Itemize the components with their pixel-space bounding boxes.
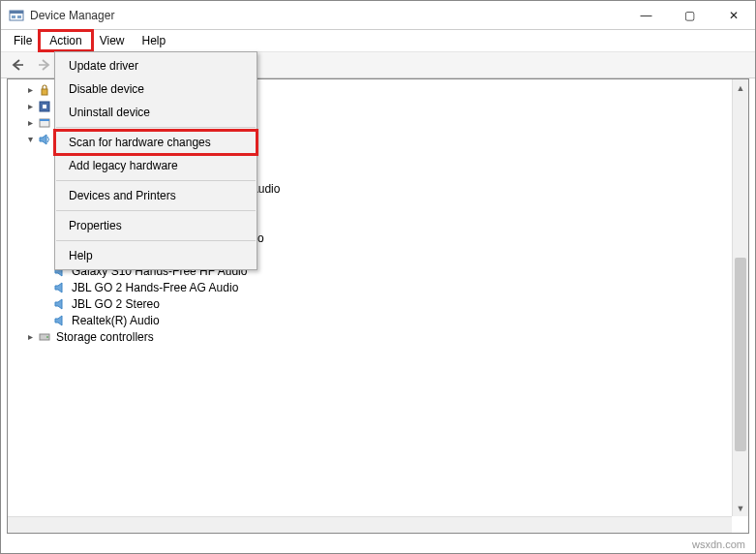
audio-icon bbox=[52, 296, 68, 312]
svg-rect-1 bbox=[10, 11, 23, 14]
menu-separator bbox=[56, 180, 256, 181]
app-icon bbox=[9, 8, 24, 23]
expand-icon[interactable]: ▸ bbox=[23, 84, 37, 95]
component-icon bbox=[37, 99, 52, 114]
menu-separator bbox=[56, 127, 256, 128]
svg-rect-3 bbox=[17, 15, 21, 18]
menu-separator bbox=[56, 210, 256, 211]
menu-uninstall-device[interactable]: Uninstall device bbox=[55, 101, 257, 124]
svg-point-10 bbox=[46, 336, 48, 338]
titlebar: Device Manager — ▢ ✕ bbox=[1, 1, 755, 30]
menu-add-legacy[interactable]: Add legacy hardware bbox=[55, 154, 257, 177]
security-icon bbox=[37, 82, 52, 98]
tree-label: JBL GO 2 Stereo bbox=[72, 297, 160, 311]
scroll-thumb[interactable] bbox=[735, 258, 746, 451]
tree-label: JBL GO 2 Hands-Free AG Audio bbox=[72, 281, 238, 294]
speaker-icon bbox=[37, 132, 52, 147]
tree-label: Realtek(R) Audio bbox=[72, 314, 160, 327]
watermark: wsxdn.com bbox=[692, 539, 745, 550]
scroll-up-icon[interactable]: ▲ bbox=[733, 79, 748, 96]
menu-help[interactable]: Help bbox=[134, 32, 175, 49]
menubar: File Action View Help bbox=[1, 30, 755, 51]
menu-view[interactable]: View bbox=[91, 32, 134, 49]
device-icon bbox=[37, 115, 52, 131]
menu-separator bbox=[56, 240, 256, 241]
expand-icon[interactable]: ▸ bbox=[23, 117, 37, 128]
expand-icon[interactable]: ▸ bbox=[23, 101, 37, 111]
collapse-icon[interactable]: ▾ bbox=[23, 134, 37, 144]
expand-icon[interactable]: ▸ bbox=[23, 331, 37, 342]
minimize-button[interactable]: — bbox=[624, 1, 668, 30]
menu-scan-hardware[interactable]: Scan for hardware changes bbox=[55, 131, 257, 154]
tree-category[interactable]: ▸ Storage controllers bbox=[8, 328, 732, 345]
storage-icon bbox=[37, 329, 52, 345]
forward-button[interactable] bbox=[34, 54, 55, 76]
tree-item[interactable]: JBL GO 2 Hands-Free AG Audio bbox=[8, 279, 732, 295]
scroll-track[interactable] bbox=[733, 96, 748, 500]
window-controls: — ▢ ✕ bbox=[624, 1, 755, 30]
menu-disable-device[interactable]: Disable device bbox=[55, 77, 257, 101]
svg-rect-8 bbox=[40, 119, 49, 121]
close-button[interactable]: ✕ bbox=[711, 1, 755, 30]
tree-item[interactable]: Realtek(R) Audio bbox=[8, 312, 732, 328]
menu-help-item[interactable]: Help bbox=[55, 244, 257, 267]
tree-item[interactable]: JBL GO 2 Stereo bbox=[8, 295, 732, 312]
scroll-down-icon[interactable]: ▼ bbox=[733, 500, 748, 516]
menu-file[interactable]: File bbox=[5, 32, 41, 49]
tree-label: Storage controllers bbox=[56, 330, 154, 344]
menu-action[interactable]: Action bbox=[41, 32, 90, 49]
menu-properties[interactable]: Properties bbox=[55, 214, 257, 237]
svg-rect-4 bbox=[42, 89, 47, 95]
svg-rect-6 bbox=[43, 105, 46, 108]
menu-update-driver[interactable]: Update driver bbox=[55, 54, 257, 77]
horizontal-scrollbar[interactable] bbox=[8, 516, 732, 533]
audio-icon bbox=[52, 280, 68, 295]
menu-devices-printers[interactable]: Devices and Printers bbox=[55, 184, 257, 207]
window-title: Device Manager bbox=[30, 9, 624, 22]
maximize-button[interactable]: ▢ bbox=[668, 1, 711, 30]
vertical-scrollbar[interactable]: ▲ ▼ bbox=[732, 79, 748, 516]
svg-rect-2 bbox=[12, 15, 15, 18]
audio-icon bbox=[52, 313, 68, 328]
back-button[interactable] bbox=[7, 54, 28, 76]
action-dropdown: Update driver Disable device Uninstall d… bbox=[54, 51, 257, 270]
